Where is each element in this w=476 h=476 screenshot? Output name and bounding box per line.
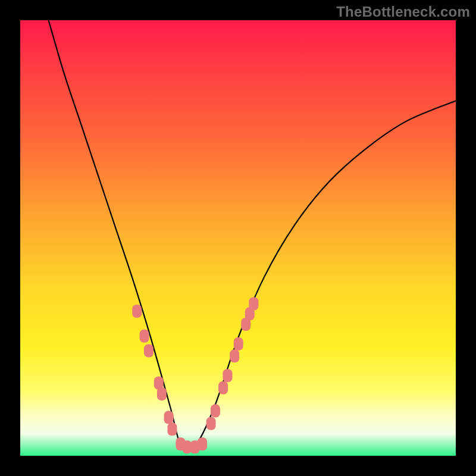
curve-marker	[211, 405, 220, 418]
curve-marker	[218, 381, 228, 394]
curve-marker	[157, 387, 167, 400]
curve-marker	[230, 349, 239, 362]
curve-marker	[164, 411, 174, 424]
curve-marker	[198, 437, 207, 450]
curve-marker	[206, 417, 216, 430]
chart-frame: TheBottleneck.com	[0, 0, 476, 476]
curve-marker	[132, 305, 142, 318]
curve-marker	[167, 422, 177, 436]
plot-area	[20, 20, 456, 456]
curve-layer	[20, 20, 456, 456]
curve-marker	[140, 330, 149, 343]
curve-marker	[144, 345, 154, 358]
highlighted-band-markers	[132, 298, 258, 454]
bottleneck-curve	[49, 20, 456, 452]
curve-marker	[223, 369, 232, 382]
curve-marker	[234, 337, 243, 350]
curve-marker	[249, 298, 258, 311]
attribution-label: TheBottleneck.com	[336, 4, 470, 20]
